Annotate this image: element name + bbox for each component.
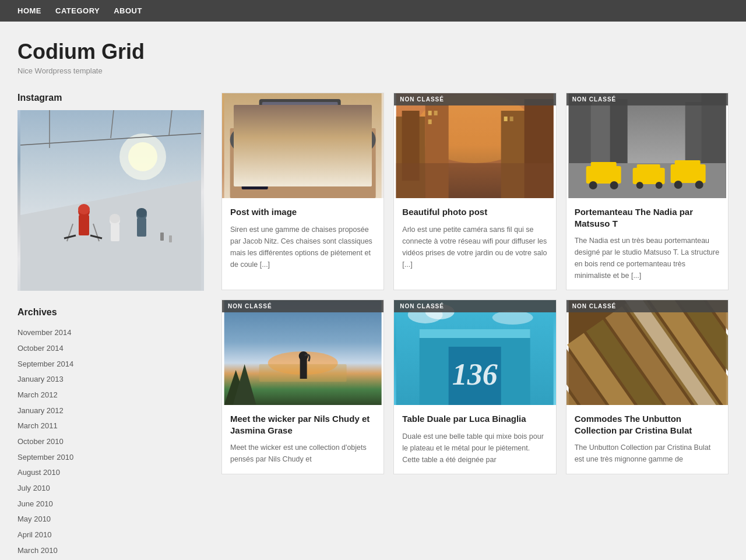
- svg-rect-60: [590, 162, 616, 172]
- post-card-top: NON CLASSÉ: [394, 93, 555, 198]
- archive-link[interactable]: April 2010: [17, 530, 52, 539]
- post-body: Portemanteau The Nadia par Matsuso TThe …: [566, 198, 728, 290]
- archive-link[interactable]: October 2014: [17, 344, 64, 353]
- archive-link[interactable]: August 2010: [17, 468, 60, 477]
- archive-item: January 2013: [17, 371, 204, 387]
- svg-rect-51: [510, 117, 513, 121]
- svg-rect-36: [334, 134, 348, 146]
- svg-point-31: [230, 128, 254, 152]
- instagram-section: Instagram: [17, 93, 204, 291]
- post-excerpt: Arlo est une petite caméra sans fil qui …: [402, 224, 547, 270]
- post-card-top: NON CLASSÉ: [222, 300, 383, 405]
- nav-home[interactable]: HOME: [17, 6, 41, 15]
- svg-point-77: [299, 351, 308, 361]
- post-title[interactable]: Meet the wicker par Nils Chudy et Jasmin…: [230, 413, 375, 436]
- svg-rect-20: [169, 235, 172, 242]
- post-title[interactable]: Beautiful photo post: [402, 206, 547, 218]
- archive-link[interactable]: January 2012: [17, 406, 64, 415]
- svg-rect-76: [300, 358, 307, 379]
- main-content: NON CLASSÉ: [221, 93, 729, 558]
- archive-link[interactable]: September 2014: [17, 360, 73, 368]
- svg-point-4: [128, 142, 157, 171]
- svg-rect-28: [262, 102, 338, 149]
- archive-item: April 2010: [17, 527, 204, 543]
- post-title[interactable]: Table Duale par Luca Binaglia: [402, 413, 547, 425]
- nav-category[interactable]: CATEGORY: [55, 6, 100, 15]
- svg-point-33: [353, 128, 376, 152]
- archive-item: August 2010: [17, 464, 204, 480]
- svg-rect-46: [396, 163, 554, 198]
- post-title[interactable]: Commodes The Unbutton Collection par Cri…: [575, 413, 720, 436]
- post-card-top: NON CLASSÉ: [222, 93, 383, 198]
- archive-link[interactable]: March 2010: [17, 546, 58, 555]
- svg-rect-13: [111, 224, 119, 241]
- site-subtitle: Nice Wordpress template: [17, 66, 729, 75]
- svg-point-70: [695, 181, 703, 189]
- page-wrapper: Codium Grid Nice Wordpress template Inst…: [0, 22, 746, 560]
- post-body: Commodes The Unbutton Collection par Cri…: [566, 405, 728, 474]
- nav-about[interactable]: ABOUT: [114, 6, 142, 15]
- svg-point-62: [610, 181, 618, 189]
- post-image: [222, 93, 383, 198]
- post-card: NON CLASSÉ: [566, 93, 729, 290]
- post-image: [566, 93, 728, 198]
- archive-link[interactable]: October 2010: [17, 437, 64, 446]
- archives-list: November 2014October 2014September 2014J…: [17, 325, 204, 558]
- archive-link[interactable]: November 2014: [17, 328, 72, 337]
- svg-point-66: [655, 182, 662, 189]
- instagram-title: Instagram: [17, 93, 204, 103]
- svg-point-85: [492, 311, 533, 325]
- archive-link[interactable]: January 2013: [17, 375, 64, 383]
- archive-item: June 2010: [17, 496, 204, 512]
- sidebar: Instagram: [17, 93, 204, 558]
- svg-text:136: 136: [452, 358, 498, 391]
- post-category-badge: NON CLASSÉ: [566, 300, 728, 312]
- archive-link[interactable]: July 2010: [17, 484, 50, 492]
- svg-point-15: [110, 214, 120, 223]
- svg-rect-48: [434, 111, 438, 115]
- archive-item: January 2012: [17, 403, 204, 418]
- archives-title: Archives: [17, 307, 204, 318]
- svg-rect-6: [79, 215, 89, 235]
- archive-link[interactable]: September 2010: [17, 453, 73, 462]
- post-title[interactable]: Post with image: [230, 206, 375, 218]
- posts-grid: NON CLASSÉ: [221, 93, 729, 474]
- archive-item: October 2014: [17, 340, 204, 356]
- post-card-top: NON CLASSÉ: [566, 93, 728, 198]
- post-body: Meet the wicker par Nils Chudy et Jasmin…: [222, 405, 383, 474]
- svg-rect-68: [674, 160, 700, 171]
- svg-point-35: [334, 132, 348, 142]
- archive-link[interactable]: March 2011: [17, 421, 58, 430]
- post-image: [222, 300, 383, 405]
- post-card: NON CLASSÉ: [221, 300, 384, 474]
- svg-rect-64: [636, 164, 660, 174]
- svg-point-69: [674, 181, 682, 189]
- svg-point-61: [589, 181, 597, 189]
- post-excerpt: The Nadia est un très beau portemanteau …: [575, 235, 720, 281]
- post-card-top: NON CLASSÉ: [566, 300, 728, 405]
- post-card: NON CLASSÉ: [221, 93, 384, 290]
- svg-rect-37: [242, 157, 268, 189]
- archives-section: Archives November 2014October 2014Septem…: [17, 307, 204, 558]
- post-excerpt: The Unbutton Collection par Cristina Bul…: [575, 442, 720, 465]
- post-image: 136: [394, 300, 555, 405]
- post-image: [566, 300, 728, 405]
- site-title: Codium Grid: [17, 39, 729, 64]
- post-excerpt: Duale est une belle table qui mixe bois …: [402, 431, 547, 466]
- archive-link[interactable]: June 2010: [17, 499, 53, 508]
- archive-item: March 2012: [17, 387, 204, 403]
- post-card-top: NON CLASSÉ 136: [394, 300, 555, 405]
- archive-link[interactable]: March 2012: [17, 390, 58, 399]
- svg-point-18: [136, 208, 147, 217]
- archive-link[interactable]: May 2010: [17, 515, 51, 523]
- post-excerpt: Meet the wicker est une collection d'obj…: [230, 442, 375, 465]
- post-body: Table Duale par Luca BinagliaDuale est u…: [394, 405, 555, 474]
- site-header: Codium Grid Nice Wordpress template: [17, 39, 729, 75]
- post-card: NON CLASSÉ: [393, 93, 556, 290]
- archive-item: July 2010: [17, 480, 204, 496]
- post-title[interactable]: Portemanteau The Nadia par Matsuso T: [575, 206, 720, 229]
- archive-item: October 2010: [17, 434, 204, 449]
- archive-item: March 2010: [17, 543, 204, 558]
- archive-item: March 2011: [17, 418, 204, 434]
- post-category-badge: NON CLASSÉ: [394, 93, 555, 105]
